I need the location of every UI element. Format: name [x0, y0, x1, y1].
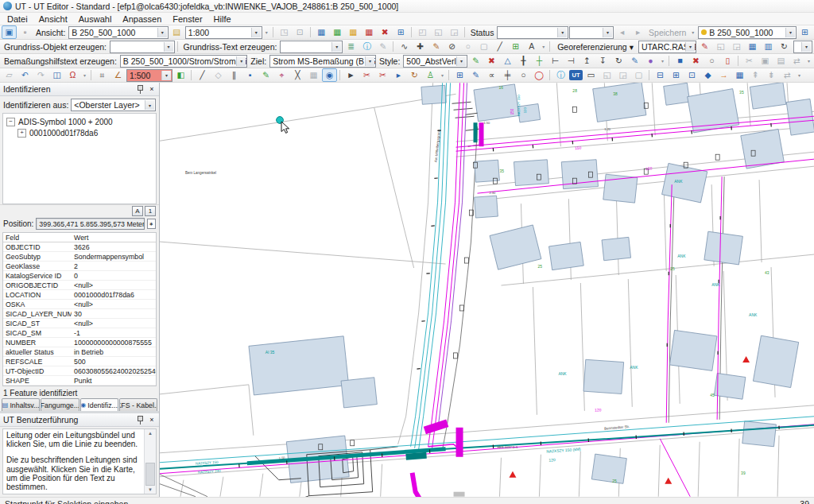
overview-window-icon[interactable]: ▫: [17, 25, 33, 39]
open-view-icon[interactable]: ▤: [169, 25, 184, 39]
tree-expander-icon[interactable]: −: [6, 118, 15, 126]
toolbar-overflow-icon[interactable]: ▾: [81, 72, 88, 78]
menu-ansicht[interactable]: Ansicht: [33, 13, 73, 25]
combo-arrow-icon[interactable]: ▾: [785, 28, 795, 37]
lock-icon[interactable]: Ω: [65, 68, 80, 82]
combo-arrow-icon[interactable]: ▾: [801, 42, 811, 52]
navigate-icon[interactable]: ◆: [700, 68, 715, 82]
rect-tool-icon[interactable]: ▢: [476, 40, 491, 53]
raster-window-icon[interactable]: ▥: [761, 40, 776, 53]
freehand-tool-icon[interactable]: ✎: [428, 40, 444, 53]
ut-tool-icon[interactable]: UT: [569, 70, 583, 80]
snapshot-1-icon[interactable]: ◰: [415, 25, 430, 39]
tab-inhaltsverzeichnis[interactable]: ▤Inhaltsv...: [2, 398, 40, 411]
edit-view-icon[interactable]: ⊡: [293, 25, 308, 39]
measure-icon[interactable]: ╳: [290, 68, 305, 82]
layer-query-icon[interactable]: ⊞: [452, 68, 467, 82]
combo-arrow-icon[interactable]: ▾: [557, 28, 567, 37]
window-new-icon[interactable]: ⊞: [669, 68, 684, 82]
menu-fenster[interactable]: Fenster: [167, 13, 207, 25]
paste-icon[interactable]: ▤: [773, 54, 789, 68]
snapshot-3-icon[interactable]: ◲: [447, 25, 462, 39]
tree-expander-icon[interactable]: +: [17, 129, 26, 138]
link1-icon[interactable]: ⇞: [748, 68, 763, 82]
combo-arrow-icon[interactable]: ▾: [331, 42, 341, 52]
bemassung-combo[interactable]: B 250_500_1000/Strom/Strom Mittelspannur…: [120, 55, 248, 68]
dim-align-icon[interactable]: △: [500, 54, 515, 68]
combo-arrow-icon[interactable]: ▾: [251, 28, 261, 37]
line-tool-icon[interactable]: ╱: [492, 40, 507, 53]
toolbar-overflow-icon[interactable]: ▾: [659, 58, 666, 64]
mini-button-1[interactable]: 1: [145, 206, 156, 216]
guidance-scrollbar[interactable]: ▲ ▼: [144, 429, 156, 494]
new-icon[interactable]: ▱: [2, 68, 17, 82]
dim-down-icon[interactable]: ↧: [595, 54, 610, 68]
tab-kfs-kabel[interactable]: KFS - Kabel...: [119, 398, 157, 411]
record-icon[interactable]: ◯: [532, 68, 547, 82]
dim-text-icon[interactable]: ✎: [627, 54, 642, 68]
segment-icon[interactable]: ▪: [242, 68, 258, 82]
refresh-icon[interactable]: ↻: [777, 40, 792, 53]
comment-icon[interactable]: ▭: [583, 68, 599, 82]
pick-icon[interactable]: ▸: [391, 68, 406, 82]
raster-combo[interactable]: UTARC.RASTER_NMS_0500▾: [638, 41, 696, 53]
job-copy-icon[interactable]: ⊞: [393, 25, 409, 39]
raster-move-icon[interactable]: ◱: [713, 40, 728, 53]
toolbar-overflow-icon[interactable]: ▾: [805, 58, 812, 64]
user-guidance-icon[interactable]: ▣: [2, 25, 17, 39]
dim-up-icon[interactable]: ↥: [579, 54, 595, 68]
style-combo[interactable]: 500_AbstVerl▾: [403, 55, 467, 68]
combo-arrow-icon[interactable]: ▾: [164, 42, 173, 52]
polyline-tool-icon[interactable]: ∿: [397, 40, 412, 53]
status-combo[interactable]: ▾: [497, 26, 568, 39]
circle-cut-tool-icon[interactable]: ⊘: [444, 40, 459, 53]
identify-filter-combo[interactable]: <Oberster Layer> ▾: [71, 99, 156, 111]
user-icon[interactable]: ♙: [423, 68, 438, 82]
proportion-icon[interactable]: ∝: [484, 68, 499, 82]
fence-icon[interactable]: ╪: [500, 68, 515, 82]
ziel-combo[interactable]: Strom MS-Bemaßung (B 250_500_1(▾: [269, 55, 376, 68]
snapshot-2-icon[interactable]: ◱: [431, 25, 446, 39]
dim-offset-icon[interactable]: ┼: [532, 54, 547, 68]
scroll-up-icon[interactable]: ▲: [145, 429, 156, 437]
info-icon[interactable]: ⓘ: [359, 40, 374, 53]
tree-node[interactable]: +0001000d01f78da6: [5, 127, 154, 138]
node-icon[interactable]: ⌖: [274, 68, 289, 82]
attr-row[interactable]: NUMBER10000000000000875555: [3, 338, 156, 347]
swap-icon[interactable]: ⇄: [789, 54, 804, 68]
draw-pencil-icon[interactable]: ✎: [375, 40, 390, 53]
toolbar-overflow-icon[interactable]: ▾: [540, 44, 547, 49]
grundriss-objekt-combo[interactable]: ▾: [110, 41, 175, 53]
map-viewport[interactable]: Bem LangerswinkelAm Mittelbergsgrund150N…: [160, 83, 814, 497]
toolbar-overflow-icon[interactable]: ▾: [263, 29, 270, 35]
attr-row[interactable]: KatalogService ID0: [3, 271, 156, 281]
mini-button-a[interactable]: A: [132, 206, 143, 216]
info2-icon[interactable]: ⓘ: [553, 68, 568, 82]
attr-row[interactable]: aktueller Statusin Betrieb: [3, 347, 156, 357]
eraser-icon[interactable]: ◇: [211, 68, 226, 82]
prop-icon[interactable]: ▢: [631, 68, 646, 82]
add-rect-tool-icon[interactable]: ⊞: [508, 40, 523, 53]
prev-status-icon[interactable]: ◂: [614, 25, 630, 39]
attr-row[interactable]: UT-ObjectID0603080556240020252540: [3, 366, 156, 376]
add-job-icon[interactable]: ⊞: [797, 25, 812, 39]
redo-icon[interactable]: ↷: [33, 68, 48, 82]
hatch-icon[interactable]: ▦: [306, 68, 321, 82]
select-fill-icon[interactable]: ■: [673, 54, 688, 68]
zoom-icon[interactable]: ○: [516, 68, 531, 82]
trash-icon[interactable]: ▯: [720, 54, 735, 68]
attr-row[interactable]: SHAPEPunkt: [3, 376, 156, 386]
grid-icon[interactable]: ⌗: [95, 68, 110, 82]
ellipse-tool-icon[interactable]: ○: [460, 40, 475, 53]
identify-result-tree[interactable]: −ADIS-Symbol 1000 + 2000+0001000d01f78da…: [2, 113, 157, 204]
georeferenzierung-button[interactable]: Georeferenzierung ▾: [553, 40, 638, 53]
raster-rotate-icon[interactable]: ◲: [729, 40, 744, 53]
catalog-icon[interactable]: ≣: [343, 40, 359, 53]
scrollbar-thumb[interactable]: [145, 463, 155, 486]
combo-arrow-icon[interactable]: ▾: [161, 71, 171, 80]
delete-selection-icon[interactable]: ✖: [688, 54, 704, 68]
grundriss-text-combo[interactable]: ▾: [280, 41, 343, 53]
attr-row[interactable]: LOCATION0001000d01f78da6: [3, 290, 156, 300]
attr-row[interactable]: SICAD_ST<null>: [3, 319, 156, 328]
view-combo[interactable]: B 250_500_1000▾: [68, 26, 168, 39]
